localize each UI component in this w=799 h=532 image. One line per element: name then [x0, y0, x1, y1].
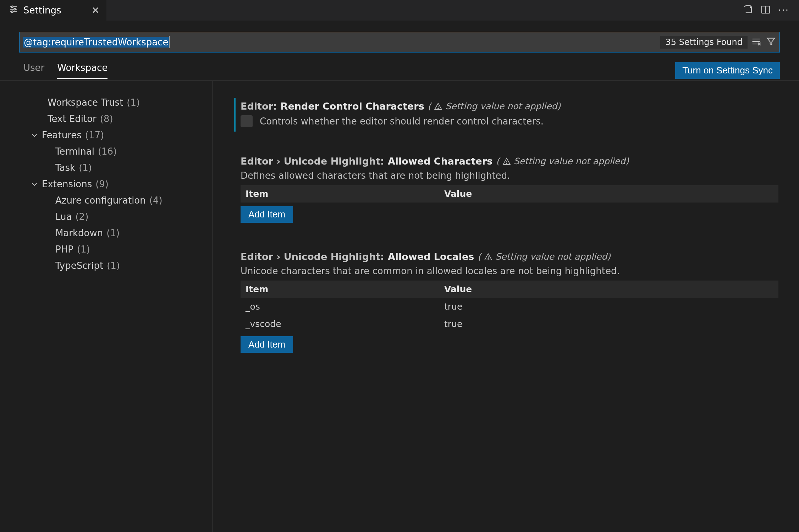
open-editors-icon[interactable] [743, 4, 753, 17]
allowed-locales-table: Item Value _os true _vscode true [241, 281, 778, 333]
toc-features[interactable]: Features (17) [13, 127, 213, 143]
tab-title: Settings [23, 5, 61, 16]
settings-scope-row: User Workspace Turn on Settings Sync [0, 59, 799, 81]
warning-icon [434, 102, 442, 111]
clear-search-icon[interactable] [751, 37, 761, 48]
text-caret [169, 36, 170, 48]
toc-azure[interactable]: Azure configuration (4) [13, 192, 213, 209]
add-item-button[interactable]: Add Item [241, 206, 293, 223]
results-count: 35 Settings Found [660, 36, 748, 49]
svg-point-16 [506, 163, 507, 164]
table-row[interactable]: _vscode true [241, 315, 778, 333]
settings-search-input[interactable]: @tag:requireTrustedWorkspace 35 Settings… [19, 32, 780, 52]
setting-not-applied-warning: ( Setting value not applied) [478, 251, 610, 262]
toc-typescript[interactable]: TypeScript (1) [13, 257, 213, 274]
toc-markdown[interactable]: Markdown (1) [13, 225, 213, 241]
svg-point-3 [11, 6, 13, 8]
table-header-value: Value [439, 281, 778, 298]
search-query-text: @tag:requireTrustedWorkspace [23, 37, 169, 48]
toc-php[interactable]: PHP (1) [13, 241, 213, 257]
svg-point-14 [438, 108, 439, 109]
toc-workspace-trust[interactable]: Workspace Trust (1) [13, 94, 213, 111]
setting-allowed-locales: Editor › Unicode Highlight: Allowed Loca… [234, 245, 785, 360]
svg-point-18 [488, 259, 489, 259]
close-icon[interactable]: ✕ [92, 5, 99, 16]
settings-toc: Workspace Trust (1) Text Editor (8) Feat… [0, 81, 213, 532]
filter-icon[interactable] [766, 37, 776, 48]
settings-search-row: @tag:requireTrustedWorkspace 35 Settings… [0, 21, 799, 59]
chevron-down-icon [31, 132, 38, 139]
svg-point-5 [11, 11, 13, 13]
setting-description: Controls whether the editor should rende… [260, 116, 544, 127]
warning-icon [502, 157, 511, 166]
add-item-button[interactable]: Add Item [241, 336, 293, 353]
allowed-characters-table: Item Value [241, 185, 778, 203]
tab-settings[interactable]: Settings ✕ [0, 0, 106, 21]
toc-text-editor[interactable]: Text Editor (8) [13, 111, 213, 127]
toc-lua[interactable]: Lua (2) [13, 209, 213, 225]
split-editor-icon[interactable] [760, 4, 771, 17]
setting-description: Defines allowed characters that are not … [241, 170, 778, 181]
toc-extensions[interactable]: Extensions (9) [13, 176, 213, 192]
toc-terminal[interactable]: Terminal (16) [13, 143, 213, 160]
setting-render-control-characters: Editor: Render Control Characters ( Sett… [234, 95, 785, 134]
titlebar-actions: ··· [743, 0, 799, 21]
toc-task[interactable]: Task (1) [13, 160, 213, 176]
warning-icon [484, 253, 492, 261]
setting-description: Unicode characters that are common in al… [241, 266, 778, 276]
render-control-characters-checkbox[interactable] [241, 115, 253, 127]
setting-allowed-characters: Editor › Unicode Highlight: Allowed Char… [234, 150, 785, 230]
editor-tabbar: Settings ✕ ··· [0, 0, 799, 21]
table-row[interactable]: _os true [241, 298, 778, 315]
settings-content: Editor: Render Control Characters ( Sett… [213, 81, 799, 532]
scope-tab-workspace[interactable]: Workspace [57, 62, 108, 79]
chevron-down-icon [31, 181, 38, 188]
setting-not-applied-warning: ( Setting value not applied) [496, 156, 629, 166]
settings-tab-icon [9, 4, 18, 16]
scope-tab-user[interactable]: User [23, 62, 44, 79]
settings-sync-button[interactable]: Turn on Settings Sync [675, 62, 780, 79]
table-header-item: Item [241, 281, 439, 298]
more-actions-icon[interactable]: ··· [778, 5, 789, 16]
table-header-value: Value [439, 185, 778, 203]
svg-point-4 [14, 9, 16, 10]
table-header-item: Item [241, 185, 439, 203]
setting-not-applied-warning: ( Setting value not applied) [428, 101, 561, 111]
